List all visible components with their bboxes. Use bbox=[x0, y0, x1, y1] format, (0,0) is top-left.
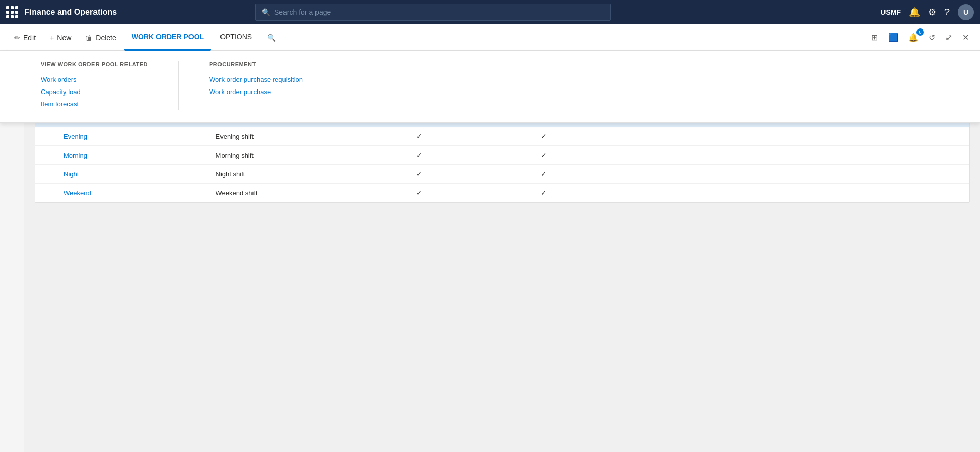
row-active: ✓ bbox=[408, 184, 532, 202]
row-work-orders bbox=[779, 165, 969, 184]
dropdown-panel: VIEW WORK ORDER POOL RELATED Work orders… bbox=[0, 51, 980, 123]
view-section: VIEW WORK ORDER POOL RELATED Work orders… bbox=[41, 61, 148, 110]
delete-button[interactable]: 🗑 Delete bbox=[79, 31, 122, 45]
row-name: Weekend shift bbox=[208, 184, 408, 202]
list-item[interactable]: Item forecast bbox=[41, 98, 148, 110]
new-icon: + bbox=[50, 34, 54, 42]
row-active: ✓ bbox=[408, 146, 532, 165]
topbar-right: USMF 🔔 ⚙ ? U bbox=[880, 4, 974, 20]
company-selector[interactable]: USMF bbox=[880, 8, 901, 16]
row-pool[interactable]: Morning bbox=[55, 146, 208, 165]
view-section-title: VIEW WORK ORDER POOL RELATED bbox=[41, 61, 148, 67]
list-item[interactable]: Work order purchase bbox=[209, 85, 303, 98]
list-item[interactable]: Capacity load bbox=[41, 85, 148, 98]
table-row[interactable]: Weekend Weekend shift ✓ ✓ bbox=[35, 184, 969, 202]
row-check[interactable] bbox=[35, 184, 55, 202]
notification-badge: 0 bbox=[916, 28, 924, 36]
row-active: ✓ bbox=[408, 127, 532, 146]
row-pool[interactable]: Night bbox=[55, 165, 208, 184]
procurement-section-title: PROCUREMENT bbox=[209, 61, 303, 67]
notifications-button[interactable]: 🔔 bbox=[909, 7, 920, 18]
office-button[interactable]: 🟦 bbox=[885, 31, 901, 44]
notification-count-button[interactable]: 🔔0 bbox=[905, 31, 922, 44]
row-delete-work-ord: ✓ bbox=[532, 127, 779, 146]
procurement-section: PROCUREMENT Work order purchase requisit… bbox=[209, 61, 303, 110]
table-row[interactable]: Night Night shift ✓ ✓ bbox=[35, 165, 969, 184]
row-pool[interactable]: Weekend bbox=[55, 184, 208, 202]
table-row[interactable]: Morning Morning shift ✓ ✓ bbox=[35, 146, 969, 165]
table-row[interactable]: Evening Evening shift ✓ ✓ bbox=[35, 127, 969, 146]
close-button[interactable]: ✕ bbox=[959, 31, 972, 44]
search-icon: 🔍 bbox=[262, 8, 270, 16]
search-input[interactable] bbox=[274, 8, 604, 16]
tab-work-order-pool[interactable]: WORK ORDER POOL bbox=[124, 24, 211, 51]
dropdown-divider bbox=[178, 61, 179, 110]
row-work-orders bbox=[779, 146, 969, 165]
refresh-button[interactable]: ↺ bbox=[926, 31, 938, 44]
commandbar: ✏ Edit + New 🗑 Delete WORK ORDER POOL OP… bbox=[0, 24, 980, 51]
row-delete-work-ord: ✓ bbox=[532, 165, 779, 184]
topbar: Finance and Operations 🔍 USMF 🔔 ⚙ ? U bbox=[0, 0, 980, 24]
settings-button[interactable]: ⚙ bbox=[928, 7, 936, 18]
row-check[interactable] bbox=[35, 127, 55, 146]
edit-button[interactable]: ✏ Edit bbox=[8, 31, 42, 45]
avatar[interactable]: U bbox=[958, 4, 974, 20]
search-button[interactable]: 🔍 bbox=[261, 31, 282, 45]
customize-button[interactable]: ⊞ bbox=[868, 31, 881, 44]
row-check[interactable] bbox=[35, 165, 55, 184]
open-in-new-button[interactable]: ⤢ bbox=[942, 31, 955, 44]
row-work-orders bbox=[779, 184, 969, 202]
delete-icon: 🗑 bbox=[85, 34, 92, 42]
row-pool[interactable]: Evening bbox=[55, 127, 208, 146]
row-active: ✓ bbox=[408, 165, 532, 184]
search-bar: 🔍 bbox=[255, 4, 611, 21]
list-item[interactable]: Work order purchase requisition bbox=[209, 73, 303, 85]
new-button[interactable]: + New bbox=[44, 31, 77, 45]
tab-options[interactable]: OPTIONS bbox=[213, 24, 259, 51]
row-work-orders bbox=[779, 127, 969, 146]
app-title: Finance and Operations bbox=[24, 8, 117, 17]
row-delete-work-ord: ✓ bbox=[532, 184, 779, 202]
row-delete-work-ord: ✓ bbox=[532, 146, 779, 165]
app-grid-icon[interactable] bbox=[6, 6, 18, 18]
row-name: Morning shift bbox=[208, 146, 408, 165]
edit-icon: ✏ bbox=[14, 34, 20, 42]
row-check[interactable] bbox=[35, 146, 55, 165]
help-button[interactable]: ? bbox=[944, 7, 950, 18]
commandbar-right: ⊞ 🟦 🔔0 ↺ ⤢ ✕ bbox=[868, 31, 972, 44]
search-icon: 🔍 bbox=[267, 34, 276, 42]
list-item[interactable]: Work orders bbox=[41, 73, 148, 85]
row-name: Evening shift bbox=[208, 127, 408, 146]
row-name: Night shift bbox=[208, 165, 408, 184]
